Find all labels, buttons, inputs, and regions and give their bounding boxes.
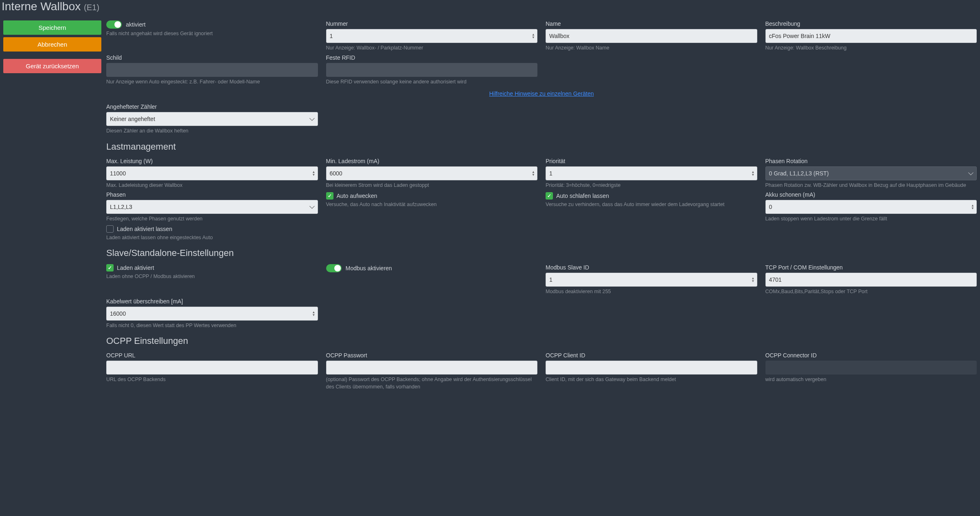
- name-input[interactable]: [546, 29, 757, 43]
- slave-settings-heading: Slave/Standalone-Einstellungen: [106, 248, 977, 258]
- auto-wake-label: Auto aufwecken: [337, 193, 378, 199]
- modbus-enable-label: Modbus aktivieren: [346, 265, 392, 271]
- ocpp-client-id-label: OCPP Client ID: [546, 352, 757, 359]
- auto-sleep-help: Versuche zu verhindern, dass das Auto im…: [546, 201, 757, 209]
- ocpp-password-input[interactable]: [326, 361, 538, 375]
- battery-help: Laden stoppen wenn Ladestrom unter die G…: [765, 215, 977, 223]
- cable-override-help: Falls nicht 0, diesen Wert statt des PP …: [106, 322, 318, 330]
- page-title: Interne Wallbox (E1): [0, 0, 980, 13]
- max-power-label: Max. Leistung (W): [106, 158, 318, 164]
- ocpp-client-id-help: Client ID, mit der sich das Gateway beim…: [546, 376, 757, 384]
- load-management-heading: Lastmanagement: [106, 141, 977, 152]
- fixed-rfid-help: Diese RFID verwenden solange keine ander…: [326, 79, 538, 86]
- ocpp-url-label: OCPP URL: [106, 352, 318, 359]
- ocpp-url-help: URL des OCPP Backends: [106, 376, 318, 384]
- phases-help: Festlegen, welche Phasen genutzt werden: [106, 215, 318, 223]
- charging-enabled-label: Laden aktiviert: [117, 265, 154, 271]
- auto-wake-help: Versuche, das Auto nach Inaktivität aufz…: [326, 201, 538, 209]
- number-input[interactable]: [326, 29, 538, 43]
- battery-input[interactable]: [765, 200, 977, 214]
- ocpp-password-label: OCPP Passwort: [326, 352, 538, 359]
- number-help: Nur Anzeige: Wallbox- / Parkplatz-Nummer: [326, 45, 538, 52]
- auto-wake-checkbox[interactable]: [326, 192, 333, 200]
- description-help: Nur Anzeige: Wallbox Beschreibung: [765, 45, 977, 52]
- attached-meter-select[interactable]: Keiner angeheftet: [106, 112, 318, 126]
- modbus-slave-id-label: Modbus Slave ID: [546, 264, 757, 271]
- sign-help: Nur Anzeige wenn Auto eingesteckt: z.B. …: [106, 79, 318, 86]
- cable-override-label: Kabelwert überschreiben [mA]: [106, 298, 318, 305]
- phase-rotation-select[interactable]: 0 Grad, L1,L2,L3 (RST): [765, 166, 977, 180]
- fixed-rfid-label: Feste RFID: [326, 54, 538, 61]
- activated-help: Falls nicht angehakt wird dieses Gerät i…: [106, 30, 318, 38]
- charging-enabled-help: Laden ohne OCPP / Modbus aktivieren: [106, 273, 318, 280]
- min-current-help: Bei kleinerem Strom wird das Laden gesto…: [326, 182, 538, 189]
- min-current-input[interactable]: [326, 166, 538, 180]
- description-input[interactable]: [765, 29, 977, 43]
- ocpp-password-help: (optional) Passwort des OCPP Backends; o…: [326, 376, 538, 390]
- tcp-port-help: COMx,Baud,Bits,Parität,Stops oder TCP Po…: [765, 288, 977, 296]
- auto-sleep-label: Auto schlafen lassen: [556, 193, 609, 199]
- ocpp-connector-id-label: OCPP Connector ID: [765, 352, 977, 359]
- phase-rotation-help: Phasen Rotation zw. WB-Zähler und Wallbo…: [765, 182, 977, 189]
- reset-device-button[interactable]: Gerät zurücksetzen: [3, 59, 101, 73]
- charging-enabled-checkbox[interactable]: [106, 264, 114, 271]
- number-label: Nummer: [326, 20, 538, 27]
- description-label: Beschreibung: [765, 20, 977, 27]
- save-button[interactable]: Speichern: [3, 20, 101, 35]
- max-power-help: Max. Ladeleistung dieser Wallbox: [106, 182, 318, 189]
- keep-charging-checkbox[interactable]: [106, 225, 114, 233]
- battery-label: Akku schonen (mA): [765, 191, 977, 198]
- phases-select[interactable]: L1,L2,L3: [106, 200, 318, 214]
- sign-label: Schild: [106, 54, 318, 61]
- min-current-label: Min. Ladestrom (mA): [326, 158, 538, 164]
- max-power-input[interactable]: [106, 166, 318, 180]
- name-label: Name: [546, 20, 757, 27]
- device-hints-link[interactable]: Hilfreiche Hinweise zu einzelnen Geräten: [489, 90, 594, 97]
- modbus-enable-toggle[interactable]: [326, 264, 342, 272]
- auto-sleep-checkbox[interactable]: [546, 192, 553, 200]
- fixed-rfid-input[interactable]: [326, 63, 538, 77]
- phase-rotation-label: Phasen Rotation: [765, 158, 977, 164]
- phases-label: Phasen: [106, 191, 318, 198]
- ocpp-settings-heading: OCPP Einstellungen: [106, 336, 977, 346]
- tcp-port-label: TCP Port / COM Einstellungen: [765, 264, 977, 271]
- cable-override-input[interactable]: [106, 307, 318, 321]
- ocpp-client-id-input[interactable]: [546, 361, 757, 375]
- title-main: Interne Wallbox: [2, 0, 81, 13]
- activated-toggle[interactable]: [106, 20, 122, 29]
- attached-meter-label: Angehefteter Zähler: [106, 103, 318, 110]
- priority-input[interactable]: [546, 166, 757, 180]
- modbus-slave-id-help: Modbus deaktivieren mit 255: [546, 288, 757, 296]
- title-suffix: (E1): [84, 3, 99, 12]
- ocpp-connector-id-help: wird automatisch vergeben: [765, 376, 977, 384]
- modbus-slave-id-input[interactable]: [546, 273, 757, 287]
- tcp-port-input[interactable]: [765, 273, 977, 287]
- activated-label: aktiviert: [126, 21, 145, 28]
- priority-label: Priorität: [546, 158, 757, 164]
- keep-charging-label: Laden aktiviert lassen: [117, 226, 172, 232]
- ocpp-url-input[interactable]: [106, 361, 318, 375]
- priority-help: Priorität: 3=höchste, 0=niedrigste: [546, 182, 757, 189]
- cancel-button[interactable]: Abbrechen: [3, 37, 101, 52]
- ocpp-connector-id-input: [765, 361, 977, 375]
- sign-input[interactable]: [106, 63, 318, 77]
- keep-charging-help: Laden aktiviert lassen ohne eingesteckte…: [106, 234, 318, 242]
- name-help: Nur Anzeige: Wallbox Name: [546, 45, 757, 52]
- attached-meter-help: Diesen Zähler an die Wallbox heften: [106, 128, 318, 135]
